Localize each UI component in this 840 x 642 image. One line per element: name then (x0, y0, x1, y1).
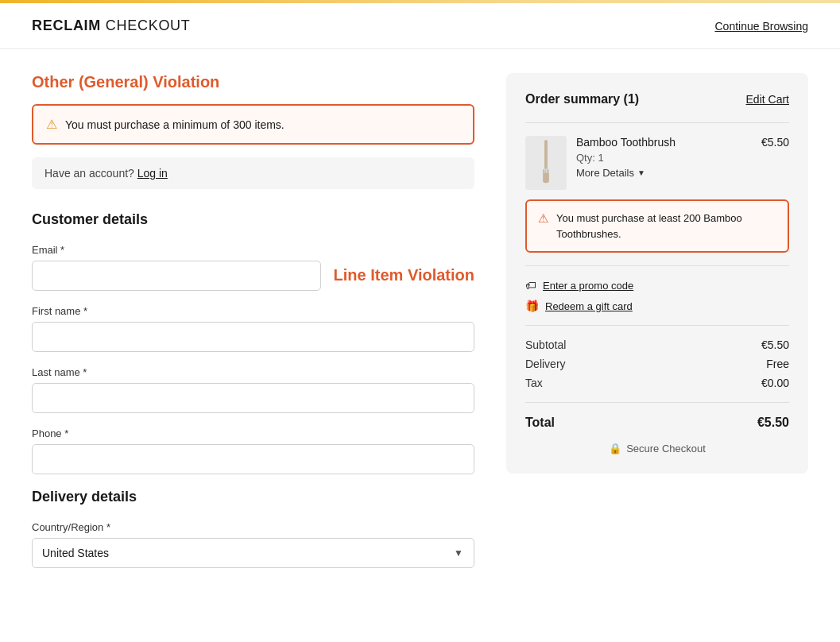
country-select[interactable]: United States (32, 538, 474, 568)
phone-group: Phone * (32, 427, 474, 474)
svg-rect-3 (544, 169, 544, 173)
line-item-violation-text: You must purchase at least 200 Bamboo To… (556, 211, 776, 242)
product-toothbrush-image (535, 140, 557, 186)
divider-total (525, 402, 789, 403)
order-summary-panel: Order summary (1) Edit Cart Bamboo Toot (506, 73, 808, 474)
tax-label: Tax (525, 377, 543, 389)
phone-label: Phone * (32, 427, 474, 439)
order-summary-header: Order summary (1) Edit Cart (525, 92, 789, 106)
tax-row: Tax €0.00 (525, 377, 789, 389)
total-row: Total €5.50 (525, 416, 789, 430)
total-value: €5.50 (757, 416, 789, 430)
divider-top (525, 122, 789, 123)
lastname-input[interactable] (32, 383, 474, 413)
login-bar: Have an account? Log in (32, 157, 474, 189)
chevron-down-icon: ▼ (637, 168, 645, 177)
logo: RECLAIM CHECKOUT (32, 17, 191, 34)
customer-details-title: Customer details (32, 211, 474, 228)
secure-checkout-text: Secure Checkout (626, 443, 706, 454)
firstname-label: First name * (32, 305, 474, 317)
firstname-group: First name * (32, 305, 474, 352)
delivery-label: Delivery (525, 358, 566, 370)
email-label: Email * (32, 244, 321, 256)
delivery-details-title: Delivery details (32, 489, 474, 505)
general-violation-box: ⚠ You must purchase a minimum of 300 ite… (32, 104, 474, 145)
product-price: €5.50 (761, 136, 789, 149)
phone-input[interactable] (32, 444, 474, 474)
continue-browsing-button[interactable]: Continue Browsing (714, 20, 808, 33)
promo-code-button[interactable]: Enter a promo code (543, 280, 633, 292)
general-violation-heading: Other (General) Violation (32, 73, 474, 91)
product-image (525, 136, 567, 190)
line-item-violation-box: ⚠ You must purchase at least 200 Bamboo … (525, 199, 789, 253)
product-name: Bamboo Toothbrush (576, 136, 752, 149)
subtotal-value: €5.50 (761, 338, 789, 351)
country-select-wrapper: United States ▼ (32, 538, 474, 568)
gift-card-row[interactable]: 🎁 Redeem a gift card (525, 300, 789, 312)
product-qty: Qty: 1 (576, 152, 752, 164)
delivery-value: Free (766, 358, 789, 370)
svg-rect-4 (546, 169, 547, 173)
logo-bold: RECLAIM (32, 17, 101, 33)
svg-rect-0 (544, 140, 548, 169)
tag-icon: 🏷 (525, 279, 536, 292)
login-link[interactable]: Log in (137, 167, 168, 180)
divider-totals-top (525, 325, 789, 326)
product-info: Bamboo Toothbrush Qty: 1 More Details ▼ (576, 136, 752, 179)
circle-warning-icon: ⚠ (538, 211, 548, 226)
warning-icon: ⚠ (46, 117, 57, 132)
left-column: Other (General) Violation ⚠ You must pur… (32, 73, 474, 582)
secure-checkout-label: 🔒 Secure Checkout (525, 443, 789, 454)
gift-icon: 🎁 (525, 300, 539, 312)
page-header: RECLAIM CHECKOUT Continue Browsing (0, 3, 840, 49)
gift-card-button[interactable]: Redeem a gift card (545, 300, 633, 312)
svg-rect-5 (548, 169, 548, 173)
subtotal-label: Subtotal (525, 338, 566, 351)
order-summary-title: Order summary (1) (525, 92, 639, 106)
tax-value: €0.00 (761, 377, 789, 389)
country-label: Country/Region * (32, 521, 474, 533)
country-group: Country/Region * United States ▼ (32, 521, 474, 568)
email-input[interactable] (32, 261, 321, 291)
general-violation-text: You must purchase a minimum of 300 items… (65, 118, 285, 131)
more-details-button[interactable]: More Details ▼ (576, 167, 645, 179)
lastname-label: Last name * (32, 366, 474, 378)
product-row: Bamboo Toothbrush Qty: 1 More Details ▼ … (525, 136, 789, 190)
logo-light: CHECKOUT (101, 17, 191, 33)
firstname-input[interactable] (32, 322, 474, 352)
line-item-violation-label: Line Item Violation (334, 266, 474, 284)
lastname-group: Last name * (32, 366, 474, 413)
total-label: Total (525, 416, 555, 430)
lock-icon: 🔒 (609, 443, 621, 454)
promo-code-row[interactable]: 🏷 Enter a promo code (525, 279, 789, 292)
divider-promo-top (525, 265, 789, 266)
delivery-row: Delivery Free (525, 358, 789, 370)
subtotal-row: Subtotal €5.50 (525, 338, 789, 351)
login-bar-text: Have an account? (45, 167, 134, 180)
main-layout: Other (General) Violation ⚠ You must pur… (0, 49, 840, 606)
edit-cart-button[interactable]: Edit Cart (746, 93, 789, 106)
